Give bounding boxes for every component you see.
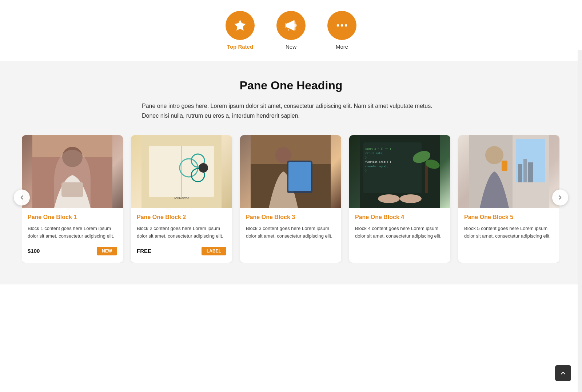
card-footer-2: FREE Label <box>137 247 226 255</box>
card-content-1: Block 1 content goes here Lorem ipsum do… <box>28 225 117 240</box>
card-price-2: FREE <box>137 248 151 254</box>
svg-rect-10 <box>61 182 83 197</box>
svg-rect-44 <box>502 161 507 171</box>
svg-rect-41 <box>523 159 527 182</box>
card-content-4: Block 4 content goes here Lorem ipsum do… <box>355 225 445 249</box>
card-content-3: Block 3 content goes here Lorem ipsum do… <box>246 225 335 249</box>
card-image-3 <box>240 135 341 208</box>
card-title-5: Pane One Block 5 <box>464 214 554 221</box>
svg-text:console.log(x);: console.log(x); <box>365 165 388 168</box>
card-price-1: $100 <box>28 248 40 254</box>
svg-rect-42 <box>528 162 533 182</box>
card-image-4: const x = () => { return data; } functio… <box>349 135 450 208</box>
svg-rect-8 <box>32 157 112 208</box>
card-title-1: Pane One Block 1 <box>28 214 117 221</box>
card-title-4: Pane One Block 4 <box>355 214 445 221</box>
star-icon <box>233 19 247 32</box>
card-4[interactable]: const x = () => { return data; } functio… <box>349 135 450 262</box>
card-5[interactable]: Pane One Block 5 Block 5 content goes he… <box>458 135 559 262</box>
tab-label-top-rated: Top Rated <box>227 44 253 50</box>
card-content-2: Block 2 content goes here Lorem ipsum do… <box>137 225 226 240</box>
svg-point-36 <box>400 194 422 203</box>
megaphone-icon <box>284 19 298 32</box>
cards-row: Pane One Block 1 Block 1 content goes he… <box>22 135 560 262</box>
svg-text:function init() {: function init() { <box>365 161 391 163</box>
dots-icon <box>335 19 349 32</box>
tabs-section: Top Rated New More <box>0 0 582 50</box>
svg-text:}: } <box>365 169 367 172</box>
carousel-next-button[interactable] <box>552 189 568 205</box>
card-body-4: Pane One Block 4 Block 4 content goes he… <box>349 208 450 262</box>
card-body-1: Pane One Block 1 Block 1 content goes he… <box>22 208 123 262</box>
carousel-prev-button[interactable] <box>14 189 30 205</box>
chevron-right-icon <box>557 194 563 201</box>
tab-more[interactable]: More <box>327 11 356 50</box>
card-body-5: Pane One Block 5 Block 5 content goes he… <box>458 208 559 262</box>
chevron-left-icon <box>19 194 25 201</box>
svg-text:TAKEAWAY: TAKEAWAY <box>174 196 190 199</box>
card-2[interactable]: TAKEAWAY Pane One Block 2 Block 2 conten… <box>131 135 232 262</box>
card-body-2: Pane One Block 2 Block 2 content goes he… <box>131 208 232 262</box>
svg-point-3 <box>286 23 288 27</box>
card-image-1 <box>22 135 123 208</box>
tab-icon-circle-more <box>327 11 356 40</box>
tab-icon-circle-top-rated <box>226 11 255 40</box>
svg-text:const x = () => {: const x = () => { <box>365 147 391 150</box>
card-title-2: Pane One Block 2 <box>137 214 226 221</box>
pane-heading: Pane One Heading <box>22 79 560 92</box>
card-1[interactable]: Pane One Block 1 Block 1 content goes he… <box>22 135 123 262</box>
card-footer-1: $100 NEW <box>28 247 117 255</box>
card-badge-2[interactable]: Label <box>202 247 226 255</box>
svg-point-9 <box>62 147 83 167</box>
carousel-wrapper: Pane One Block 1 Block 1 content goes he… <box>22 135 560 262</box>
card-content-5: Block 5 content goes here Lorem ipsum do… <box>464 225 554 249</box>
card-badge-1[interactable]: NEW <box>97 247 117 255</box>
tab-label-more: More <box>336 44 348 50</box>
svg-rect-32 <box>425 164 428 193</box>
svg-rect-23 <box>288 162 311 191</box>
svg-point-43 <box>485 146 503 164</box>
card-body-3: Pane One Block 3 Block 3 content goes he… <box>240 208 341 262</box>
tab-top-rated[interactable]: Top Rated <box>226 11 255 50</box>
svg-point-6 <box>345 24 347 27</box>
tab-label-new: New <box>286 44 296 50</box>
svg-point-17 <box>199 163 208 172</box>
card-image-5 <box>458 135 559 208</box>
tab-new[interactable]: New <box>276 11 306 50</box>
svg-point-1 <box>294 24 297 27</box>
card-title-3: Pane One Block 3 <box>246 214 335 221</box>
tab-icon-circle-new <box>276 11 306 40</box>
svg-rect-40 <box>518 164 522 182</box>
card-image-2: TAKEAWAY <box>131 135 232 208</box>
svg-text:return data;: return data; <box>365 152 384 155</box>
svg-point-4 <box>337 24 339 27</box>
pane-intro: Pane one intro goes here. Lorem ipsum do… <box>142 101 440 121</box>
svg-point-35 <box>378 194 400 203</box>
svg-point-5 <box>341 24 343 27</box>
card-3[interactable]: Pane One Block 3 Block 3 content goes he… <box>240 135 341 262</box>
pane-section: Pane One Heading Pane one intro goes her… <box>0 61 582 284</box>
svg-text:}: } <box>365 156 367 159</box>
